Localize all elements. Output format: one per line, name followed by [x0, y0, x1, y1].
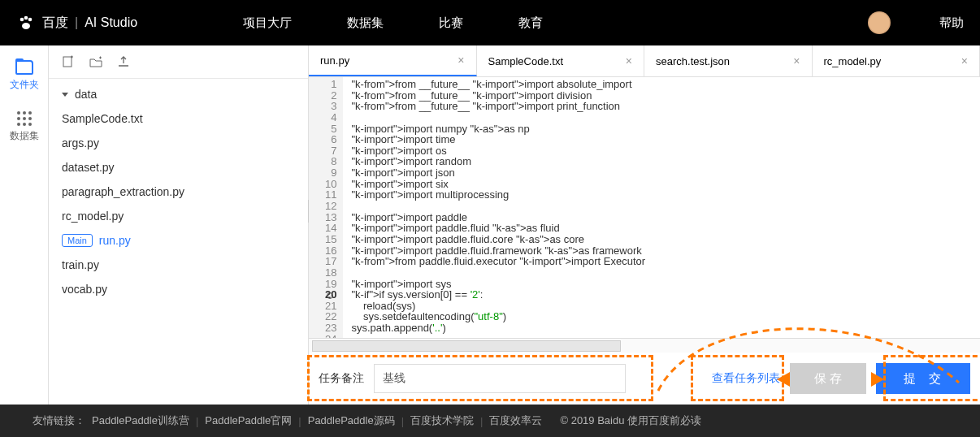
close-icon[interactable]: × [793, 54, 800, 67]
tab-samplecode[interactable]: SampleCode.txt× [477, 45, 645, 76]
footer-link-1[interactable]: PaddlePaddle官网 [205, 413, 292, 428]
line-gutter: 1 2 3 4 5 6 7 8 9 10 11 12 13 14 15 16 1… [309, 77, 343, 338]
svg-rect-4 [63, 57, 72, 67]
close-icon[interactable]: × [961, 54, 968, 67]
main-badge: Main [62, 234, 93, 247]
footer-link-4[interactable]: 百度效率云 [489, 413, 542, 428]
folder-icon [15, 60, 33, 75]
file-rc-model[interactable]: rc_model.py [49, 204, 308, 228]
new-file-icon[interactable] [62, 55, 75, 68]
file-panel: data SampleCode.txt args.py dataset.py p… [49, 45, 309, 405]
file-train[interactable]: train.py [49, 253, 308, 277]
folder-label: data [75, 88, 97, 101]
file-toolbar [49, 45, 308, 79]
file-vocab[interactable]: vocab.py [49, 277, 308, 301]
rail-files[interactable]: 文件夹 [10, 60, 39, 92]
editor-area: ◂ run.py× SampleCode.txt× search.test.js… [309, 45, 980, 405]
svg-point-3 [22, 23, 30, 29]
divider: | [75, 15, 78, 30]
close-icon[interactable]: × [626, 54, 632, 67]
file-dataset[interactable]: dataset.py [49, 155, 308, 180]
file-args[interactable]: args.py [49, 131, 308, 155]
rail-datasets[interactable]: 数据集 [10, 111, 39, 143]
tab-run-py[interactable]: run.py× [309, 45, 477, 76]
task-label: 任务备注 [319, 371, 364, 386]
svg-point-2 [28, 18, 33, 22]
nav-education[interactable]: 教育 [518, 15, 543, 31]
save-button[interactable]: 保 存 [790, 363, 866, 394]
footer-link-0[interactable]: PaddlePaddle训练营 [92, 413, 189, 428]
footer: 友情链接： PaddlePaddle训练营| PaddlePaddle官网| P… [0, 405, 980, 437]
file-run-py[interactable]: Main run.py [49, 228, 308, 253]
folder-data[interactable]: data [49, 82, 308, 106]
logo[interactable]: 百度 | AI Studio [16, 13, 137, 32]
editor-tabs: run.py× SampleCode.txt× search.test.json… [309, 45, 980, 77]
code-content[interactable]: "k-from">from __future__ "k-import">impo… [343, 77, 653, 338]
tab-rc-model[interactable]: rc_model.py× [813, 45, 981, 76]
studio-text: AI Studio [85, 15, 137, 30]
footer-copyright: © 2019 Baidu 使用百度前必读 [560, 413, 701, 428]
footer-link-2[interactable]: PaddlePaddle源码 [308, 413, 395, 428]
nav-projects[interactable]: 项目大厅 [243, 15, 292, 31]
top-nav: 项目大厅 数据集 比赛 教育 [243, 15, 543, 31]
left-rail: 文件夹 数据集 [0, 45, 49, 405]
svg-point-0 [20, 18, 24, 22]
brand-text: 百度 [42, 15, 68, 32]
main-area: 文件夹 数据集 data SampleCode.txt args.py data… [0, 45, 980, 405]
header: 百度 | AI Studio 项目大厅 数据集 比赛 教育 帮助 [0, 0, 980, 45]
code-editor[interactable]: 1 2 3 4 5 6 7 8 9 10 11 12 13 14 15 16 1… [309, 77, 980, 338]
help-link[interactable]: 帮助 [939, 15, 964, 31]
arrow-marker-right [871, 372, 884, 387]
task-input[interactable] [374, 364, 626, 393]
submit-button[interactable]: 提 交 [876, 363, 970, 394]
file-paragraph-extraction[interactable]: paragraph_extraction.py [49, 180, 308, 204]
chevron-down-icon [62, 93, 68, 97]
new-folder-icon[interactable] [89, 55, 102, 68]
nav-contest[interactable]: 比赛 [439, 15, 463, 31]
rail-datasets-label: 数据集 [10, 129, 39, 143]
upload-icon[interactable] [117, 55, 130, 68]
view-tasks-link[interactable]: 查看任务列表 [712, 371, 780, 386]
dataset-icon [17, 111, 32, 126]
bottom-bar: 任务备注 查看任务列表 保 存 提 交 [309, 353, 980, 405]
rail-files-label: 文件夹 [10, 78, 39, 92]
nav-datasets[interactable]: 数据集 [347, 15, 384, 31]
footer-label: 友情链接： [33, 413, 85, 428]
footer-link-3[interactable]: 百度技术学院 [410, 413, 474, 428]
close-icon[interactable]: × [457, 54, 464, 67]
file-tree: data SampleCode.txt args.py dataset.py p… [49, 79, 308, 305]
baidu-paw-icon [16, 13, 36, 32]
tab-search-json[interactable]: search.test.json× [644, 45, 813, 76]
svg-point-1 [24, 16, 28, 20]
avatar[interactable] [868, 11, 891, 34]
arrow-marker-left [777, 372, 790, 387]
file-samplecode[interactable]: SampleCode.txt [49, 106, 308, 131]
horizontal-scrollbar[interactable] [309, 338, 980, 353]
